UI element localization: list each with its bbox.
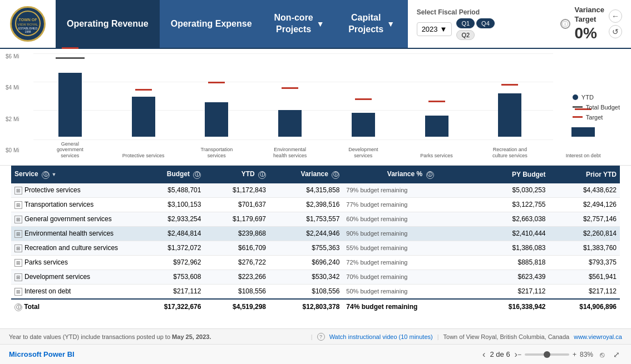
chart-area: $6 Mi $4 Mi $2 Mi $0 Mi Generalgovernmen… [0, 49, 631, 166]
expand-icon-4[interactable]: ⊞ [14, 245, 22, 252]
fiscal-period-label: Select Fiscal Period [417, 8, 480, 16]
q2-button[interactable]: Q2 [456, 30, 475, 40]
footer-info-icon[interactable]: ⓘ [14, 303, 22, 311]
share-icon[interactable]: ⎋ [598, 348, 607, 361]
variance-section: ⓘ VarianceTarget 0% ← ↺ [551, 0, 632, 48]
q1-button[interactable]: Q1 [456, 18, 475, 28]
bar-development: Developmentservices [327, 48, 400, 159]
expand-icon-1[interactable]: ⊞ [14, 201, 22, 209]
zoom-slider[interactable] [525, 353, 569, 356]
legend-ytd: YTD [573, 94, 620, 101]
table-row: ⊞Development services $753,608 $223,266 … [11, 270, 620, 284]
footer-video-info-icon[interactable]: ? [317, 333, 325, 341]
legend-target: Target [573, 114, 620, 121]
nav-capital-projects[interactable]: CapitalProjects ▼ [336, 0, 408, 48]
cell-variance-1: $2,398,516 [269, 197, 343, 212]
bar-recreation-ytd [498, 93, 521, 137]
cell-budget-4: $1,372,072 [134, 241, 204, 255]
table-body: ⊞Protective services $5,488,701 $1,172,8… [11, 183, 620, 299]
svg-text:1988: 1988 [24, 30, 31, 33]
service-sort-icon[interactable]: ▼ [51, 172, 56, 177]
nav-operating-expense[interactable]: Operating Expense [160, 0, 263, 48]
bar-general-govt-ytd [58, 73, 82, 137]
table-row: ⊞Parks services $972,962 $276,722 $696,2… [11, 255, 620, 270]
cell-ytd-2: $1,179,697 [204, 212, 269, 226]
cell-py-budget-7: $217,112 [478, 284, 549, 299]
expand-icon-2[interactable]: ⊞ [14, 216, 22, 223]
main-content: $6 Mi $4 Mi $2 Mi $0 Mi Generalgovernmen… [0, 49, 631, 328]
col-py-budget: PY Budget [478, 166, 549, 183]
cell-py-budget-5: $885,818 [478, 255, 549, 270]
fiscal-period-section: Select Fiscal Period 2023 ▼ Q1 Q4 Q2 [408, 0, 504, 48]
variance-pct-info-icon[interactable]: ⓘ [426, 171, 434, 179]
bar-label-transportation: Transportationservices [194, 147, 239, 159]
budget-info-icon[interactable]: ⓘ [193, 171, 201, 179]
footer-website-link[interactable]: www.viewroyal.ca [574, 333, 622, 340]
page-prev-button[interactable]: ‹ [482, 350, 485, 360]
pbi-link[interactable]: Microsoft Power BI [9, 350, 482, 358]
cell-ytd-1: $701,637 [204, 197, 269, 212]
y-label-6m: $6 Mi [6, 53, 19, 59]
zoom-thumb [544, 351, 550, 358]
cell-prior-ytd-6: $561,941 [549, 270, 620, 284]
page-navigation: ‹ 2 de 6 › [482, 350, 517, 360]
bar-transportation-target [208, 82, 225, 83]
cell-prior-ytd-2: $2,757,146 [549, 212, 620, 226]
nav-non-core-projects[interactable]: Non-coreProjects ▼ [263, 0, 336, 48]
variance-target-value: 0% [575, 24, 605, 42]
bar-label-parks: Parks services [415, 153, 459, 159]
bottom-right-controls: − + 83% ⎋ ⤢ [517, 348, 622, 361]
footer-video-link[interactable]: Watch instructional video (10 minutes) [329, 333, 433, 340]
bar-environmental-target [282, 87, 298, 89]
y-label-2m: $2 Mi [6, 116, 19, 122]
variance-info-icon[interactable]: ⓘ [560, 19, 570, 29]
cell-variance-pct-6: 70% budget remaining [343, 270, 478, 284]
table-area: Service ⓘ ▼ Budget ⓘ YTD ⓘ Variance ⓘ [0, 166, 631, 328]
legend-total-budget-icon [573, 106, 583, 108]
cell-budget-5: $972,962 [134, 255, 204, 270]
y-label-4m: $4 Mi [6, 84, 19, 91]
page-info: 2 de 6 [490, 350, 510, 358]
legend-ytd-label: YTD [581, 94, 594, 101]
col-ytd: YTD ⓘ [204, 166, 269, 183]
legend-ytd-icon [573, 94, 578, 100]
expand-icon-0[interactable]: ⊞ [14, 187, 22, 195]
cell-variance-pct-7: 50% budget remaining [343, 284, 478, 299]
nav-operating-revenue[interactable]: Operating Revenue [56, 0, 160, 48]
zoom-minus-icon[interactable]: − [517, 351, 521, 358]
bar-parks-target [428, 101, 445, 102]
expand-icon-5[interactable]: ⊞ [14, 259, 22, 267]
bar-transportation-ytd [205, 102, 228, 137]
footer-py-budget: $16,338,942 [478, 299, 549, 315]
zoom-plus-icon[interactable]: + [573, 351, 576, 358]
cell-py-budget-6: $623,439 [478, 270, 549, 284]
cell-budget-6: $753,608 [134, 270, 204, 284]
expand-icon-6[interactable]: ⊞ [14, 273, 22, 281]
variance-info-icon-col[interactable]: ⓘ [332, 171, 339, 179]
expand-icon-7[interactable]: ⊞ [14, 288, 22, 296]
cell-variance-pct-0: 79% budget remaining [343, 183, 478, 198]
logo-icon: TOWN OF VIEW ROYAL ESTABLISHED 1988 [10, 6, 46, 42]
footer-budget: $17,322,676 [134, 299, 204, 315]
fullscreen-icon[interactable]: ⤢ [611, 348, 622, 361]
table-footer: ⓘ Total $17,322,676 $4,519,298 $12,803,3… [11, 299, 620, 315]
service-info-icon[interactable]: ⓘ [42, 171, 50, 179]
variance-nav-refresh[interactable]: ↺ [609, 25, 622, 38]
footer-date: May 25, 2023. [172, 333, 211, 340]
q4-button[interactable]: Q4 [476, 18, 495, 28]
bar-environmental-ytd [278, 110, 302, 137]
cell-prior-ytd-4: $1,383,760 [549, 241, 620, 255]
year-selector[interactable]: 2023 ▼ [417, 22, 452, 36]
cell-ytd-6: $223,266 [204, 270, 269, 284]
expand-icon-3[interactable]: ⊞ [14, 230, 22, 238]
bar-environmental: Environmentalhealth services [253, 48, 327, 159]
svg-text:TOWN OF: TOWN OF [19, 18, 38, 22]
bar-general-govt-total [56, 57, 85, 59]
legend-total-budget: Total Budget [573, 104, 620, 111]
ytd-info-icon[interactable]: ⓘ [258, 171, 266, 179]
cell-prior-ytd-7: $217,112 [549, 284, 620, 299]
cell-prior-ytd-0: $4,438,622 [549, 183, 620, 198]
cell-variance-2: $1,753,557 [269, 212, 343, 226]
bar-protective-target [135, 89, 152, 91]
variance-nav-back[interactable]: ← [609, 9, 622, 23]
